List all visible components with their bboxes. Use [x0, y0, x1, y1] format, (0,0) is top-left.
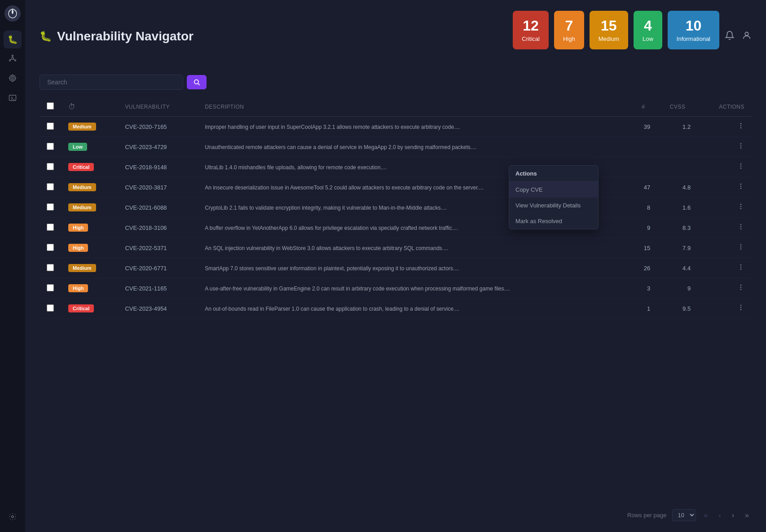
severity-badge: High — [68, 284, 88, 292]
svg-point-27 — [740, 164, 741, 165]
vuln-description: An SQL injection vulnerability in WebSto… — [205, 245, 448, 251]
severity-badge: Medium — [68, 203, 96, 211]
sidebar-item-terminal[interactable] — [4, 90, 22, 108]
stat-card-critical[interactable]: 12Critical — [513, 11, 549, 49]
svg-point-42 — [740, 265, 741, 266]
sidebar-item-vuln[interactable]: 🐛 — [4, 31, 22, 48]
row-actions-icon[interactable] — [737, 305, 744, 312]
cvss-score: 4.4 — [657, 258, 698, 278]
svg-point-10 — [12, 78, 13, 79]
vuln-description: A buffer overflow in YetAnotherApp 6.0 a… — [205, 225, 458, 231]
dropdown-item[interactable]: View Vulnerability Details — [509, 198, 598, 213]
severity-badge: Low — [68, 143, 87, 151]
svg-point-23 — [740, 128, 741, 128]
select-all-checkbox[interactable] — [47, 102, 54, 110]
cve-id: CVE-2022-5371 — [125, 245, 167, 251]
row-checkbox[interactable] — [47, 264, 54, 271]
svg-point-18 — [745, 32, 748, 35]
sidebar-item-settings[interactable] — [4, 509, 22, 527]
row-checkbox[interactable] — [47, 143, 54, 150]
cvss-score — [657, 137, 698, 157]
last-page-btn[interactable]: » — [742, 510, 752, 521]
row-actions-icon[interactable] — [737, 224, 744, 232]
severity-badge: Critical — [68, 304, 94, 312]
dropdown-header: Actions — [509, 166, 598, 182]
row-checkbox[interactable] — [47, 284, 54, 291]
svg-point-39 — [740, 245, 741, 246]
first-page-btn[interactable]: « — [701, 510, 711, 521]
row-checkbox[interactable] — [47, 244, 54, 251]
table-row: Medium CVE-2020-3817 An insecure deseria… — [40, 177, 752, 198]
search-button[interactable] — [187, 75, 207, 89]
row-checkbox[interactable] — [47, 224, 54, 231]
col-actions: Actions — [698, 97, 752, 117]
vuln-count: 39 — [629, 117, 657, 137]
actions-dropdown: Actions Copy CVEView Vulnerability Detai… — [509, 165, 599, 229]
search-input[interactable] — [40, 75, 183, 90]
stat-card-low[interactable]: 4Low — [634, 11, 662, 49]
stat-card-high[interactable]: 7High — [554, 11, 584, 49]
table-row: Medium CVE-2020-6771 SmartApp 7.0 stores… — [40, 258, 752, 278]
cve-id: CVE-2020-7165 — [125, 123, 167, 130]
cve-id: CVE-2018-9148 — [125, 164, 167, 171]
vuln-count: 8 — [629, 198, 657, 218]
vulnerability-table: ⏱ Vulnerability Description # CVSS Actio… — [40, 97, 752, 502]
row-actions-icon[interactable] — [737, 143, 744, 151]
app-logo[interactable] — [4, 5, 21, 22]
severity-badge: High — [68, 224, 88, 232]
stat-card-informational[interactable]: 10Informational — [668, 11, 719, 49]
row-actions-icon[interactable] — [737, 184, 744, 191]
cve-id: CVE-2020-3817 — [125, 184, 167, 191]
row-actions-icon[interactable] — [737, 264, 744, 272]
svg-point-47 — [740, 289, 741, 290]
svg-point-46 — [740, 287, 741, 288]
row-actions-icon[interactable] — [737, 204, 744, 211]
stat-card-medium[interactable]: 15Medium — [590, 11, 628, 49]
svg-point-45 — [740, 285, 741, 286]
vuln-count: 15 — [629, 238, 657, 258]
severity-badge: Critical — [68, 163, 94, 171]
row-checkbox[interactable] — [47, 183, 54, 190]
svg-point-41 — [740, 249, 741, 250]
dropdown-item[interactable]: Mark as Resolved — [509, 213, 598, 229]
vuln-count: 3 — [629, 278, 657, 299]
svg-point-22 — [740, 125, 741, 126]
vuln-count — [629, 157, 657, 177]
row-checkbox[interactable] — [47, 163, 54, 170]
row-actions-icon[interactable] — [737, 244, 744, 252]
sidebar-item-network[interactable] — [4, 50, 22, 68]
svg-point-35 — [740, 208, 741, 209]
stat-cards: 12Critical7High15Medium4Low10Information… — [513, 11, 719, 49]
svg-line-6 — [13, 59, 15, 60]
row-checkbox[interactable] — [47, 123, 54, 130]
dropdown-item[interactable]: Copy CVE — [509, 182, 598, 198]
col-cvss: CVSS — [657, 97, 698, 117]
col-count: # — [629, 97, 657, 117]
table-row: Critical CVE-2018-9148 UltraLib 1.4.0 mi… — [40, 157, 752, 177]
sidebar-item-target[interactable] — [4, 70, 22, 88]
vuln-description: An out-of-bounds read in FileParser 1.0 … — [205, 306, 459, 312]
notification-icon[interactable] — [725, 31, 735, 43]
rows-per-page-select[interactable]: 5102550 — [672, 509, 696, 521]
header-left: 🐛 Vulnerability Navigator — [40, 29, 194, 44]
main-content: 🐛 Vulnerability Navigator 12Critical7Hig… — [25, 0, 766, 532]
cve-id: CVE-2023-4729 — [125, 144, 167, 150]
row-checkbox[interactable] — [47, 304, 54, 312]
row-actions-icon[interactable] — [737, 123, 744, 131]
vuln-description: A use-after-free vulnerability in GameEn… — [205, 286, 510, 292]
vuln-count: 26 — [629, 258, 657, 278]
prev-page-btn[interactable]: ‹ — [716, 510, 723, 521]
svg-point-24 — [740, 144, 741, 145]
cvss-score — [657, 157, 698, 177]
cvss-score: 9.5 — [657, 299, 698, 319]
user-icon[interactable] — [742, 31, 752, 43]
row-actions-icon[interactable] — [737, 163, 744, 171]
next-page-btn[interactable]: › — [729, 510, 737, 521]
row-checkbox[interactable] — [47, 203, 54, 211]
severity-badge: Medium — [68, 183, 96, 191]
svg-point-21 — [740, 123, 741, 124]
vuln-description: SmartApp 7.0 stores sensitive user infor… — [205, 265, 459, 272]
vuln-count — [629, 137, 657, 157]
row-actions-icon[interactable] — [737, 285, 744, 292]
svg-point-19 — [194, 80, 198, 84]
